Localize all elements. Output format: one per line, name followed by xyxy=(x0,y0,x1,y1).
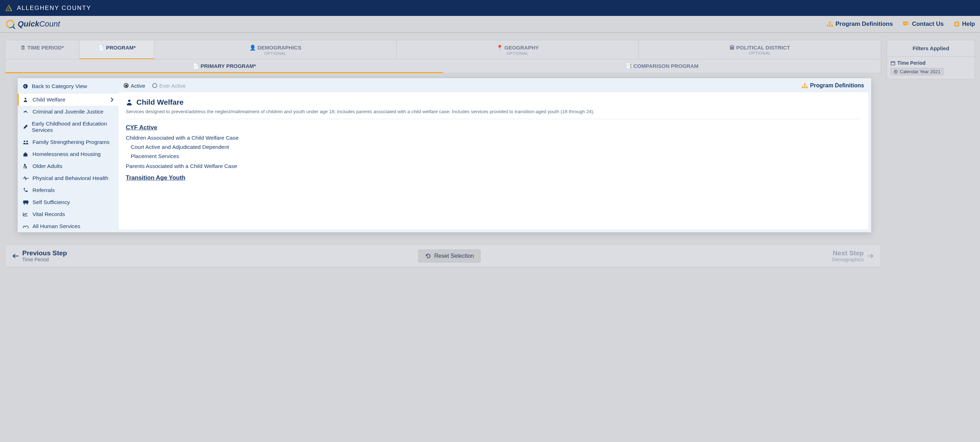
svg-rect-5 xyxy=(829,25,831,27)
gavel-icon xyxy=(22,109,29,115)
chart-icon xyxy=(22,212,29,217)
svg-point-17 xyxy=(25,97,27,99)
previous-step-button[interactable]: Previous Step Time Period xyxy=(13,250,67,263)
svg-rect-13 xyxy=(956,26,957,27)
filter-section-time-period: Time Period xyxy=(891,60,971,66)
svg-rect-29 xyxy=(806,87,808,88)
program-subtabs: 📄PRIMARY PROGRAM* 📑COMPARISON PROGRAM xyxy=(5,59,881,73)
program-definitions-inline-link[interactable]: Program Definitions xyxy=(802,82,864,89)
copy-icon: 📑 xyxy=(625,63,632,69)
category-self-sufficiency[interactable]: Self Sufficiency xyxy=(18,196,119,208)
program-group-cyf-active[interactable]: CYF Active xyxy=(126,124,861,131)
svg-rect-19 xyxy=(25,112,27,113)
chat-icon xyxy=(903,21,910,27)
app-logo[interactable]: QuickCount xyxy=(5,19,60,29)
svg-point-30 xyxy=(128,100,130,102)
svg-line-2 xyxy=(13,27,15,29)
svg-rect-15 xyxy=(958,24,960,24)
tab-political-district[interactable]: 🏛POLITICAL DISTRICT OPTIONAL xyxy=(639,40,881,59)
tab-program[interactable]: 📄PROGRAM* xyxy=(80,40,154,59)
svg-rect-27 xyxy=(802,87,804,88)
svg-rect-31 xyxy=(891,62,895,65)
remove-icon[interactable] xyxy=(894,70,898,73)
document-icon: 📄 xyxy=(192,63,199,69)
program-definitions-link[interactable]: Program Definitions xyxy=(826,21,893,27)
svg-point-9 xyxy=(907,23,908,24)
radio-active[interactable]: Active xyxy=(124,83,145,89)
category-early-childhood[interactable]: Early Childhood and Education Services xyxy=(18,118,119,136)
pencil-icon xyxy=(22,124,28,130)
person-icon: 👤 xyxy=(250,45,256,51)
program-item-parents-case[interactable]: Parents Associated with a Child Welfare … xyxy=(126,163,861,169)
arrow-right-icon xyxy=(867,253,873,259)
program-group-transition-age-youth[interactable]: Transition Age Youth xyxy=(126,174,861,181)
svg-point-20 xyxy=(24,141,25,142)
program-item-placement-services[interactable]: Placement Services xyxy=(131,153,861,160)
radio-dot-icon xyxy=(124,83,129,88)
category-all-human-services[interactable]: All Human Services xyxy=(18,220,119,232)
step-footer-nav: Previous Step Time Period Reset Selectio… xyxy=(5,245,881,267)
app-header: QuickCount Program Definitions Contact U… xyxy=(0,16,980,33)
tab-geography[interactable]: 📍GEOGRAPHY OPTIONAL xyxy=(397,40,639,59)
program-selection-panel: Back to Category View Child Welfare Cr xyxy=(18,78,871,232)
tab-demographics[interactable]: 👤DEMOGRAPHICS OPTIONAL xyxy=(154,40,397,59)
pin-icon: 📍 xyxy=(496,45,503,51)
sitemap-icon xyxy=(826,21,834,27)
svg-point-22 xyxy=(24,164,26,166)
svg-rect-4 xyxy=(827,25,829,27)
category-criminal-justice[interactable]: Criminal and Juvenile Justice xyxy=(18,106,119,118)
category-older-adults[interactable]: Older Adults xyxy=(18,160,119,172)
program-item-court-active[interactable]: Court Active and Adjudicated Dependent xyxy=(131,144,861,150)
help-icon xyxy=(953,21,960,27)
svg-rect-3 xyxy=(829,22,831,23)
hands-icon xyxy=(22,224,29,229)
svg-point-24 xyxy=(24,203,25,204)
back-arrow-icon xyxy=(22,83,28,89)
next-step-button: Next Step Demographics xyxy=(832,250,873,263)
category-child-welfare[interactable]: Child Welfare xyxy=(18,94,119,106)
chevron-right-icon xyxy=(110,97,114,102)
building-icon: 🏛 xyxy=(730,45,735,51)
svg-rect-26 xyxy=(804,83,806,85)
category-referrals[interactable]: Referrals xyxy=(18,184,119,196)
program-item-children-case[interactable]: Children Associated with a Child Welfare… xyxy=(126,135,861,141)
home-icon xyxy=(22,152,29,157)
bus-icon xyxy=(22,200,29,205)
subtab-comparison-program[interactable]: 📑COMPARISON PROGRAM xyxy=(443,59,881,73)
county-name: ALLEGHENY COUNTY xyxy=(17,5,91,12)
contact-us-link[interactable]: Contact Us xyxy=(903,21,943,27)
county-logo-icon xyxy=(5,4,13,12)
svg-point-7 xyxy=(904,23,905,24)
sitemap-icon xyxy=(802,83,808,88)
filter-chip-calendar-year[interactable]: Calendar Year 2021 xyxy=(891,68,943,75)
svg-rect-6 xyxy=(831,25,833,27)
radio-ever-active[interactable]: Ever Active xyxy=(152,83,186,89)
svg-rect-12 xyxy=(956,21,957,22)
svg-point-11 xyxy=(956,22,958,25)
subtab-primary-program[interactable]: 📄PRIMARY PROGRAM* xyxy=(5,59,443,73)
category-family-strengthening[interactable]: Family Strengthening Programs xyxy=(18,136,119,148)
active-filter-radios: Active Ever Active xyxy=(124,83,186,89)
phone-icon xyxy=(22,187,29,193)
help-link[interactable]: Help xyxy=(953,21,975,27)
tab-time-period[interactable]: 🗓TIME PERIOD* xyxy=(5,40,80,59)
program-detail-title: Child Welfare xyxy=(126,98,861,107)
calendar-icon xyxy=(891,61,895,65)
child-icon xyxy=(22,97,29,102)
filters-applied-panel: Filters Applied Time Period Calendar Yea… xyxy=(887,40,975,79)
arrow-left-icon xyxy=(13,253,19,259)
svg-rect-23 xyxy=(23,201,29,203)
back-to-category-view[interactable]: Back to Category View xyxy=(18,78,119,94)
category-homelessness[interactable]: Homelessness and Housing xyxy=(18,148,119,160)
step-tabs: 🗓TIME PERIOD* 📄PROGRAM* 👤DEMOGRAPHICS OP… xyxy=(5,40,881,59)
calendar-icon: 🗓 xyxy=(21,45,26,51)
category-vital-records[interactable]: Vital Records xyxy=(18,208,119,220)
category-list: Back to Category View Child Welfare Cr xyxy=(18,78,119,232)
document-icon: 📄 xyxy=(98,45,105,51)
program-detail-description: Services designed to prevent/address the… xyxy=(126,109,861,119)
svg-point-25 xyxy=(27,203,27,204)
heartbeat-icon xyxy=(22,176,29,181)
category-physical-behavioral-health[interactable]: Physical and Behavioral Health xyxy=(18,172,119,184)
reset-selection-button[interactable]: Reset Selection xyxy=(418,249,481,263)
filters-applied-title: Filters Applied xyxy=(887,40,975,57)
